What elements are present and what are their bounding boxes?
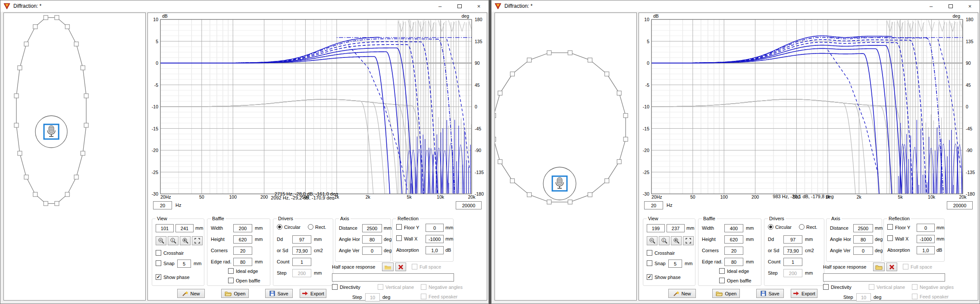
baffle-handle[interactable]: [605, 72, 609, 76]
show-phase-checkbox[interactable]: [156, 274, 161, 280]
baffle-canvas[interactable]: [4, 13, 145, 300]
count-input[interactable]: [783, 258, 802, 266]
baffle-handle[interactable]: [65, 192, 69, 196]
baffle-handle[interactable]: [81, 66, 85, 70]
titlebar[interactable]: Diffraction: * – ×: [0, 0, 488, 12]
absorption-input[interactable]: [917, 246, 935, 254]
baffle-handle[interactable]: [527, 193, 532, 197]
titlebar[interactable]: Diffraction: * – ×: [492, 0, 980, 12]
baffle-handle[interactable]: [588, 58, 592, 62]
baffle-handle[interactable]: [18, 66, 22, 70]
show-phase-checkbox[interactable]: [647, 274, 652, 280]
floor-checkbox[interactable]: [887, 224, 893, 230]
floor-input[interactable]: [917, 224, 935, 232]
baffle-handle[interactable]: [65, 25, 69, 29]
baffle-handle[interactable]: [33, 192, 38, 196]
half-space-path-input[interactable]: [823, 273, 945, 282]
minimize-icon[interactable]: –: [430, 0, 450, 12]
zoom-in-button[interactable]: [180, 236, 191, 245]
rect-radio[interactable]: [308, 224, 313, 230]
sd-input[interactable]: [292, 247, 311, 255]
open-baffle-checkbox[interactable]: [228, 278, 234, 283]
angle-hor-input[interactable]: [853, 235, 873, 244]
baffle-handle[interactable]: [44, 201, 48, 206]
baffle-handle[interactable]: [55, 201, 59, 206]
baffle-handle[interactable]: [84, 94, 88, 98]
wall-checkbox[interactable]: [396, 235, 402, 241]
half-space-open-button[interactable]: [382, 263, 394, 271]
snap-value-input[interactable]: [668, 260, 682, 268]
baffle-width-input[interactable]: [233, 224, 252, 232]
view-x-input[interactable]: [647, 224, 665, 232]
view-y-input[interactable]: [175, 224, 194, 232]
dd-input[interactable]: [292, 235, 311, 244]
close-icon[interactable]: ×: [469, 0, 488, 12]
minimize-icon[interactable]: –: [921, 0, 941, 12]
half-space-path-input[interactable]: [332, 273, 454, 282]
baffle-handle[interactable]: [24, 42, 28, 46]
baffle-handle[interactable]: [588, 193, 592, 197]
driver-icon[interactable]: [35, 116, 67, 148]
circular-radio[interactable]: [768, 224, 773, 230]
distance-input[interactable]: [362, 224, 382, 232]
count-input[interactable]: [292, 258, 311, 266]
baffle-canvas[interactable]: [495, 13, 636, 300]
baffle-handle[interactable]: [547, 200, 551, 204]
baffle-handle[interactable]: [495, 114, 496, 118]
zoom-out-button[interactable]: [647, 236, 658, 245]
open-button[interactable]: Open: [712, 289, 740, 298]
freq-end-input[interactable]: [456, 201, 482, 209]
baffle-handle[interactable]: [74, 175, 78, 179]
baffle-handle[interactable]: [14, 94, 19, 98]
baffle-handle[interactable]: [84, 123, 88, 127]
baffle-handle[interactable]: [623, 114, 628, 118]
ideal-edge-checkbox[interactable]: [228, 268, 234, 274]
baffle-edge-input[interactable]: [724, 258, 743, 266]
baffle-handle[interactable]: [510, 179, 514, 183]
crosshair-checkbox[interactable]: [156, 250, 161, 256]
rect-radio[interactable]: [799, 224, 805, 230]
ideal-edge-checkbox[interactable]: [719, 268, 725, 274]
baffle-handle[interactable]: [55, 16, 59, 20]
response-chart[interactable]: dBdeg1050-5-10-15-20-25-3018013590450-45…: [639, 13, 977, 200]
baffle-handle[interactable]: [510, 72, 514, 76]
baffle-handle[interactable]: [623, 137, 628, 141]
baffle-corners-input[interactable]: [233, 247, 252, 255]
baffle-handle[interactable]: [527, 58, 532, 62]
maximize-icon[interactable]: [941, 0, 960, 12]
snap-value-input[interactable]: [177, 260, 191, 268]
baffle-width-input[interactable]: [724, 224, 743, 232]
half-space-open-button[interactable]: [873, 263, 885, 271]
sd-input[interactable]: [783, 247, 802, 255]
baffle-handle[interactable]: [617, 159, 621, 164]
export-button[interactable]: Export: [300, 289, 326, 298]
baffle-handle[interactable]: [495, 137, 496, 141]
view-x-input[interactable]: [156, 224, 174, 232]
maximize-icon[interactable]: [450, 0, 469, 12]
baffle-handle[interactable]: [498, 91, 502, 95]
baffle-height-input[interactable]: [724, 235, 743, 244]
baffle-handle[interactable]: [81, 151, 85, 155]
baffle-edge-input[interactable]: [233, 258, 252, 266]
zoom-fit-button[interactable]: [192, 236, 203, 245]
baffle-handle[interactable]: [568, 200, 572, 204]
snap-checkbox[interactable]: [647, 260, 652, 266]
floor-input[interactable]: [426, 224, 444, 232]
snap-checkbox[interactable]: [156, 260, 161, 266]
zoom-in-button[interactable]: [671, 236, 682, 245]
wall-input[interactable]: [917, 235, 935, 243]
wall-checkbox[interactable]: [887, 235, 893, 241]
baffle-handle[interactable]: [24, 175, 28, 179]
absorption-input[interactable]: [426, 246, 444, 254]
floor-checkbox[interactable]: [396, 224, 402, 230]
baffle-corners-input[interactable]: [724, 247, 743, 255]
baffle-height-input[interactable]: [233, 235, 252, 244]
baffle-handle[interactable]: [605, 179, 609, 183]
zoom-100-button[interactable]: 1: [659, 236, 670, 245]
distance-input[interactable]: [853, 224, 873, 232]
baffle-handle[interactable]: [617, 91, 621, 95]
new-button[interactable]: New: [177, 289, 205, 298]
half-space-clear-button[interactable]: [886, 263, 897, 271]
driver-icon[interactable]: [543, 167, 576, 200]
zoom-out-button[interactable]: [156, 236, 166, 245]
